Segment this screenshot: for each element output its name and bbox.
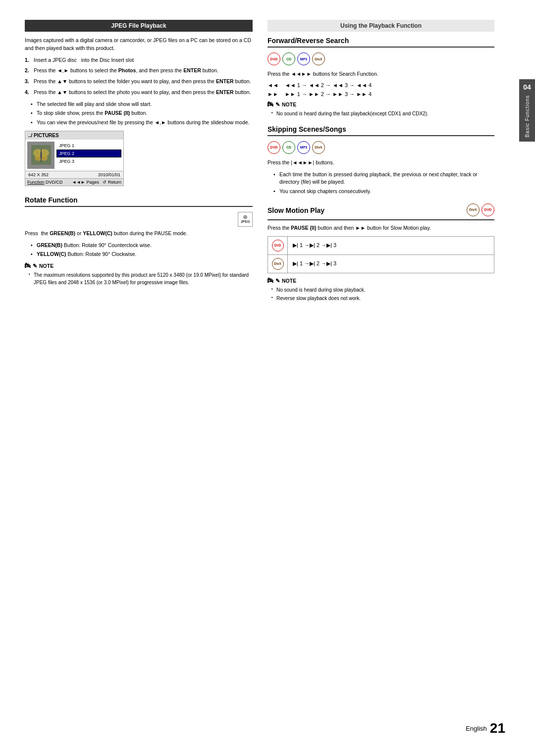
search-seq-2: ►► ►► 1 → ►► 2 → ►► 3 → ►► 4 (268, 91, 494, 97)
rotate-note-header: ✎ NOTE (25, 262, 253, 269)
slow-note: ✎ NOTE No sound is heard during slow pla… (268, 277, 494, 302)
rotate-bullets: GREEN(B) Button: Rotate 90° Counterclock… (31, 242, 253, 259)
fwd-note-list: No sound is heard during the fast playba… (271, 110, 494, 117)
rotate-bullet-1: GREEN(B) Button: Rotate 90° Counterclock… (31, 242, 253, 250)
fb-file-1: JPEG 1 (56, 142, 121, 150)
fwd-note-header: ✎ NOTE (268, 101, 494, 108)
jpeg-steps-list: 1. Insert a JPEG disc into the Disc Inse… (25, 56, 253, 97)
page-container: 04 Basic Functions JPEG File Playback Im… (0, 0, 535, 756)
slow-press-text: Press the PAUSE (II) button and then ►► … (268, 224, 494, 232)
fb-function: Function DVD/CD (27, 180, 63, 185)
fwd-note-symbol: ✎ (275, 101, 280, 107)
side-tab: 04 Basic Functions (519, 79, 535, 142)
chapter-number: 04 (523, 83, 531, 91)
slow-note-1: No sound is heard during slow playback. (271, 286, 494, 294)
file-browser: ../ PICTURES (25, 131, 124, 186)
disc-icon-dvd-skip: DVD (268, 141, 280, 154)
slow-cell-seq-dvd: ▶| 1 →▶| 2 →▶| 3 (288, 237, 494, 254)
fb-content: JPEG 1 JPEG 2 JPEG 3 (25, 140, 123, 171)
skipping-title: Skipping Scenes/Songs (268, 125, 494, 136)
slow-note-list: No sound is heard during slow playback. … (271, 286, 494, 302)
right-column: Using the Playback Function Forward/Reve… (268, 20, 494, 306)
step-1: 1. Insert a JPEG disc into the Disc Inse… (25, 56, 253, 64)
fwd-note: ✎ NOTE No sound is heard during the fast… (268, 101, 494, 117)
skip-disc-icons: DVD CD MP3 DivX (268, 141, 494, 154)
fb-header: ../ PICTURES (25, 131, 123, 140)
fb-dimensions: 642 X 352 (28, 172, 49, 177)
disc-icon-divx-slow: DivX (467, 203, 480, 216)
skipping-section: Skipping Scenes/Songs DVD CD MP3 DivX Pr… (268, 125, 494, 196)
rotate-press-text: Press the GREEN(B) or YELLOW(C) button d… (25, 230, 253, 238)
note-symbol: ✎ (33, 263, 37, 269)
slow-cell-icon-dvd: DVD (268, 237, 288, 254)
disc-icon-divx-skip: DivX (312, 141, 325, 154)
fb-info: 642 X 352 2010/01/01 (25, 171, 123, 178)
disc-icon-mp3-fwd: MP3 (297, 52, 310, 65)
step-2: 2. Press the ◄,► buttons to select the P… (25, 67, 253, 75)
playback-section-header: Using the Playback Function (268, 20, 494, 32)
rotate-note-list: The maximum resolutions supported by thi… (29, 271, 253, 286)
disc-icon-dvd-fwd: DVD (268, 52, 280, 65)
disc-icon-cd-fwd: CD (282, 52, 295, 65)
skip-press-text: Press the |◄◄►►| buttons. (268, 159, 494, 167)
fb-thumbnail (27, 142, 54, 169)
fwd-disc-icons: DVD CD MP3 DivX (268, 52, 494, 65)
slow-note-header: ✎ NOTE (268, 277, 494, 284)
slow-cell-seq-divx: ▶| 1 →▶| 2 →▶| 3 (288, 255, 494, 273)
skip-bullet-2: You cannot skip chapters consecutively. (273, 188, 494, 196)
step-4: 4. Press the ▲▼ buttons to select the ph… (25, 89, 253, 97)
step-3: 3. Press the ▲▼ buttons to select the fo… (25, 78, 253, 86)
rotate-note: ✎ NOTE The maximum resolutions supported… (25, 262, 253, 286)
two-column-layout: JPEG File Playback Images captured with … (25, 20, 494, 306)
page-language: English (466, 725, 487, 732)
slow-disc-icons: DivX DVD (467, 203, 494, 216)
svg-point-6 (40, 150, 42, 160)
fwd-rev-title: Forward/Reverse Search (268, 37, 494, 48)
bullet-1: The selected file will play and slide sh… (31, 101, 253, 108)
bullet-3: You can view the previous/next file by p… (31, 119, 253, 127)
fb-date: 2010/01/01 (98, 172, 120, 177)
rotate-section: Rotate Function ◎ JPEG Press the GREEN(B… (25, 196, 253, 286)
disc-icon-divx-fwd: DivX (312, 52, 325, 65)
main-content: JPEG File Playback Images captured with … (0, 0, 519, 756)
page-footer: English 21 (466, 720, 505, 736)
disc-icon-cd-skip: CD (282, 141, 295, 154)
fb-file-3: JPEG 3 (56, 157, 121, 165)
slow-row-divx: DivX ▶| 1 →▶| 2 →▶| 3 (268, 255, 494, 273)
jpeg-disc-icon: ◎ JPEG (238, 212, 253, 227)
left-column: JPEG File Playback Images captured with … (25, 20, 253, 306)
search-seq-1: ◄◄ ◄◄ 1 → ◄◄ 2 → ◄◄ 3 → ◄◄ 4 (268, 82, 494, 88)
rotate-bullet-2: YELLOW(C) Button: Rotate 90° Clockwise. (31, 251, 253, 258)
slow-motion-table: DVD ▶| 1 →▶| 2 →▶| 3 DivX ▶| 1 →▶| 2 (268, 236, 494, 273)
disc-icon-dvd-slow: DVD (482, 203, 494, 216)
fwd-note-1: No sound is heard during the fast playba… (271, 110, 494, 117)
slow-note-symbol: ✎ (275, 278, 280, 284)
slow-note-2: Reverse slow playback does not work. (271, 295, 494, 302)
fb-pages: ◄◄► Pages ↺ Return (72, 180, 121, 185)
slow-motion-section: Slow Motion Play DivX DVD Press the PAUS… (268, 203, 494, 302)
jpeg-bullets: The selected file will play and slide sh… (31, 101, 253, 127)
fb-file-2: JPEG 2 (56, 150, 121, 157)
rotate-header: Rotate Function (25, 196, 253, 207)
jpeg-intro-text: Images captured with a digital camera or… (25, 37, 253, 52)
slow-row-dvd: DVD ▶| 1 →▶| 2 →▶| 3 (268, 237, 494, 255)
fb-files-list: JPEG 1 JPEG 2 JPEG 3 (56, 142, 121, 169)
skip-bullets: Each time the button is pressed during p… (273, 171, 494, 196)
chapter-title: Basic Functions (525, 95, 530, 138)
fwd-press-text: Press the ◄◄►► buttons for Search Functi… (268, 70, 494, 78)
fb-footer: Function DVD/CD ◄◄► Pages ↺ Return (25, 178, 123, 186)
slow-motion-title: Slow Motion Play (268, 206, 461, 216)
rotate-note-1: The maximum resolutions supported by thi… (29, 271, 253, 286)
jpeg-section-header: JPEG File Playback (25, 20, 253, 32)
skip-bullet-1: Each time the button is pressed during p… (273, 171, 494, 187)
page-number: 21 (490, 720, 505, 736)
bullet-2: To stop slide show, press the PAUSE (II)… (31, 109, 253, 117)
disc-icon-mp3-skip: MP3 (297, 141, 310, 154)
slow-cell-icon-divx: DivX (268, 255, 288, 273)
